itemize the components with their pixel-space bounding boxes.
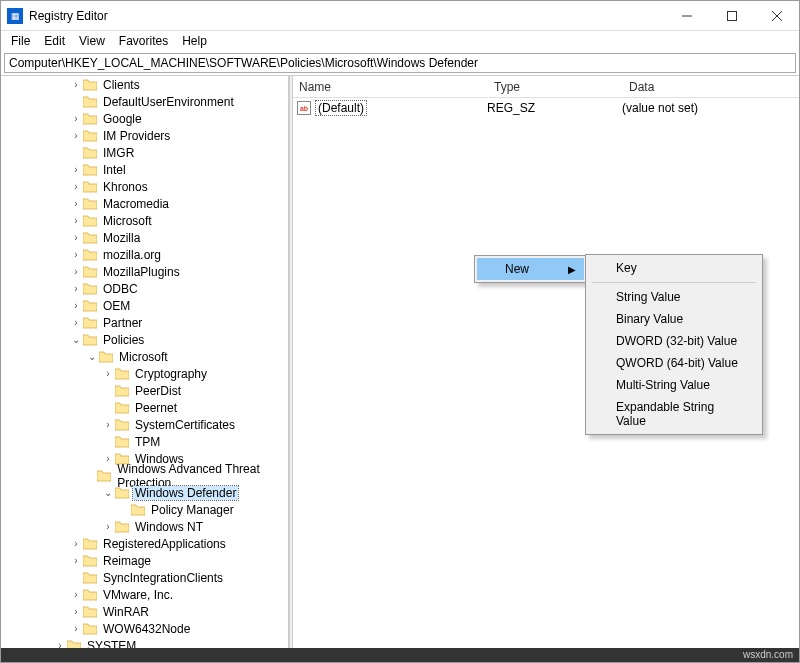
expand-icon[interactable]: › xyxy=(101,453,115,464)
tree-item[interactable]: ·PeerDist xyxy=(1,382,288,399)
expand-icon[interactable]: › xyxy=(69,538,83,549)
menu-file[interactable]: File xyxy=(5,32,36,50)
tree-item-label: IMGR xyxy=(101,146,136,160)
folder-icon xyxy=(83,623,97,635)
expand-icon: · xyxy=(101,402,115,413)
expand-icon[interactable]: › xyxy=(69,623,83,634)
tree-item[interactable]: ›ODBC xyxy=(1,280,288,297)
value-row[interactable]: ab (Default) REG_SZ (value not set) xyxy=(293,98,799,118)
expand-icon[interactable]: › xyxy=(69,266,83,277)
expand-icon[interactable]: › xyxy=(69,249,83,260)
ctx-new-binary[interactable]: Binary Value xyxy=(588,308,760,330)
tree-item[interactable]: ⌄Microsoft xyxy=(1,348,288,365)
tree-item[interactable]: ›WOW6432Node xyxy=(1,620,288,637)
folder-icon xyxy=(115,436,129,448)
tree-item[interactable]: ›RegisteredApplications xyxy=(1,535,288,552)
expand-icon[interactable]: › xyxy=(69,164,83,175)
tree-item[interactable]: ·Windows Advanced Threat Protection xyxy=(1,467,288,484)
expand-icon[interactable]: › xyxy=(69,79,83,90)
ctx-new-expstring[interactable]: Expandable String Value xyxy=(588,396,760,432)
tree-item[interactable]: ›OEM xyxy=(1,297,288,314)
maximize-button[interactable] xyxy=(709,1,754,31)
expand-icon[interactable]: › xyxy=(69,606,83,617)
expand-icon[interactable]: › xyxy=(69,317,83,328)
expand-icon[interactable]: › xyxy=(101,368,115,379)
tree-item-label: Intel xyxy=(101,163,128,177)
tree-item[interactable]: ›Khronos xyxy=(1,178,288,195)
tree-item-label: Macromedia xyxy=(101,197,171,211)
expand-icon[interactable]: › xyxy=(69,283,83,294)
ctx-new-key[interactable]: Key xyxy=(588,257,760,279)
close-button[interactable] xyxy=(754,1,799,31)
tree-item-label: WinRAR xyxy=(101,605,151,619)
expand-icon: · xyxy=(69,96,83,107)
tree-item-label: DefaultUserEnvironment xyxy=(101,95,236,109)
menu-view[interactable]: View xyxy=(73,32,111,50)
tree-item[interactable]: ›MozillaPlugins xyxy=(1,263,288,280)
folder-icon xyxy=(83,606,97,618)
tree-item[interactable]: ›Macromedia xyxy=(1,195,288,212)
minimize-button[interactable] xyxy=(664,1,709,31)
tree-item[interactable]: ⌄Policies xyxy=(1,331,288,348)
tree-item[interactable]: ›Reimage xyxy=(1,552,288,569)
collapse-icon[interactable]: ⌄ xyxy=(101,487,115,498)
folder-icon xyxy=(83,266,97,278)
tree-panel[interactable]: ›Clients·DefaultUserEnvironment›Google›I… xyxy=(1,76,289,651)
expand-icon[interactable]: › xyxy=(69,215,83,226)
tree-item[interactable]: ›WinRAR xyxy=(1,603,288,620)
menu-edit[interactable]: Edit xyxy=(38,32,71,50)
expand-icon[interactable]: › xyxy=(69,300,83,311)
expand-icon[interactable]: › xyxy=(69,198,83,209)
collapse-icon[interactable]: ⌄ xyxy=(85,351,99,362)
tree-item[interactable]: ›Intel xyxy=(1,161,288,178)
ctx-new-dword[interactable]: DWORD (32-bit) Value xyxy=(588,330,760,352)
col-type[interactable]: Type xyxy=(488,80,623,94)
tree-item-label: PeerDist xyxy=(133,384,183,398)
tree-item[interactable]: ›Mozilla xyxy=(1,229,288,246)
tree-item[interactable]: ·Peernet xyxy=(1,399,288,416)
tree-item[interactable]: ›Partner xyxy=(1,314,288,331)
ctx-new-multistring[interactable]: Multi-String Value xyxy=(588,374,760,396)
tree-item[interactable]: ·TPM xyxy=(1,433,288,450)
expand-icon[interactable]: › xyxy=(101,419,115,430)
tree-item[interactable]: ›Windows NT xyxy=(1,518,288,535)
tree-item-label: mozilla.org xyxy=(101,248,163,262)
expand-icon[interactable]: › xyxy=(101,521,115,532)
collapse-icon[interactable]: ⌄ xyxy=(69,334,83,345)
tree-item[interactable]: ·DefaultUserEnvironment xyxy=(1,93,288,110)
tree-item[interactable]: ›Google xyxy=(1,110,288,127)
context-submenu: New ▶ xyxy=(474,255,587,283)
tree-item-label: Microsoft xyxy=(117,350,170,364)
tree-item[interactable]: ›Cryptography xyxy=(1,365,288,382)
address-bar[interactable]: Computer\HKEY_LOCAL_MACHINE\SOFTWARE\Pol… xyxy=(4,53,796,73)
expand-icon: · xyxy=(117,504,131,515)
ctx-new-qword[interactable]: QWORD (64-bit) Value xyxy=(588,352,760,374)
ctx-new-string[interactable]: String Value xyxy=(588,286,760,308)
address-text: Computer\HKEY_LOCAL_MACHINE\SOFTWARE\Pol… xyxy=(9,56,478,70)
tree-item[interactable]: ›VMware, Inc. xyxy=(1,586,288,603)
value-data: (value not set) xyxy=(622,101,795,115)
tree-item[interactable]: ›SystemCertificates xyxy=(1,416,288,433)
folder-icon xyxy=(83,334,97,346)
tree-item[interactable]: ›IM Providers xyxy=(1,127,288,144)
expand-icon[interactable]: › xyxy=(69,130,83,141)
expand-icon[interactable]: › xyxy=(69,181,83,192)
expand-icon[interactable]: › xyxy=(69,589,83,600)
ctx-new[interactable]: New ▶ xyxy=(477,258,584,280)
title-bar: ▦ Registry Editor xyxy=(1,1,799,31)
tree-item[interactable]: ·SyncIntegrationClients xyxy=(1,569,288,586)
col-data[interactable]: Data xyxy=(623,80,799,94)
tree-item[interactable]: ›mozilla.org xyxy=(1,246,288,263)
col-name[interactable]: Name xyxy=(293,80,488,94)
menu-help[interactable]: Help xyxy=(176,32,213,50)
menu-favorites[interactable]: Favorites xyxy=(113,32,174,50)
tree-item[interactable]: ›Microsoft xyxy=(1,212,288,229)
expand-icon[interactable]: › xyxy=(69,113,83,124)
tree-item[interactable]: ›Clients xyxy=(1,76,288,93)
expand-icon[interactable]: › xyxy=(69,232,83,243)
tree-item-label: Partner xyxy=(101,316,144,330)
expand-icon[interactable]: › xyxy=(69,555,83,566)
tree-item[interactable]: ·Policy Manager xyxy=(1,501,288,518)
tree-item[interactable]: ·IMGR xyxy=(1,144,288,161)
tree-item-label: Policies xyxy=(101,333,146,347)
